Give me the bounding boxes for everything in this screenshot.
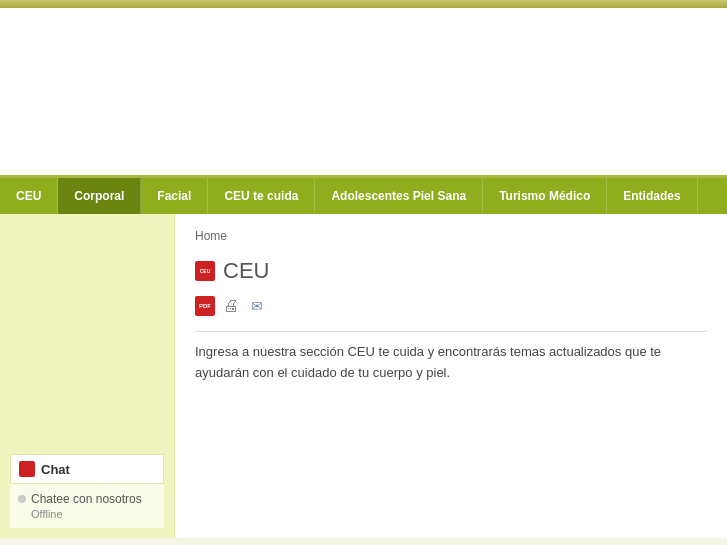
sidebar-placeholder	[10, 224, 164, 454]
page-title-section: CEU CEU	[195, 258, 707, 284]
chat-status-label: Chatee con nosotros	[31, 492, 142, 506]
print-icon[interactable]: 🖨	[221, 296, 241, 316]
nav-item-entidades[interactable]: Entidades	[607, 178, 697, 214]
main-layout: Chat Chatee con nosotros Offline Home CE…	[0, 214, 727, 538]
chat-offline-label: Offline	[18, 508, 156, 520]
nav-item-adolescentes[interactable]: Adolescentes Piel Sana	[315, 178, 483, 214]
chat-container: Chat Chatee con nosotros Offline	[10, 454, 164, 528]
sidebar: Chat Chatee con nosotros Offline	[0, 214, 175, 538]
email-icon[interactable]: ✉	[247, 296, 267, 316]
chat-status: Chatee con nosotros	[18, 492, 156, 506]
nav-bar: CEU Corporal Facial CEU te cuida Adolesc…	[0, 178, 727, 214]
chat-icon	[19, 461, 35, 477]
nav-item-turismo[interactable]: Turismo Médico	[483, 178, 607, 214]
page-icon: CEU	[195, 261, 215, 281]
nav-item-corporal[interactable]: Corporal	[58, 178, 141, 214]
nav-item-facial[interactable]: Facial	[141, 178, 208, 214]
breadcrumb-home[interactable]: Home	[195, 229, 227, 243]
pdf-icon[interactable]: PDF	[195, 296, 215, 316]
top-bar	[0, 0, 727, 8]
page-icon-label: CEU	[200, 268, 211, 274]
header-area	[0, 8, 727, 178]
chat-header-label: Chat	[41, 462, 70, 477]
email-symbol: ✉	[251, 298, 263, 314]
chat-header[interactable]: Chat	[10, 454, 164, 484]
divider-line	[195, 331, 707, 332]
page-title: CEU	[223, 258, 269, 284]
breadcrumb: Home	[195, 229, 707, 243]
nav-item-ceu-te-cuida[interactable]: CEU te cuida	[208, 178, 315, 214]
action-icons: PDF 🖨 ✉	[195, 296, 707, 316]
status-dot-icon	[18, 495, 26, 503]
content-text: Ingresa a nuestra sección CEU te cuida y…	[195, 342, 675, 384]
content-area: Home CEU CEU PDF 🖨 ✉ Ingresa a nuestra s…	[175, 214, 727, 538]
print-symbol: 🖨	[223, 297, 239, 315]
pdf-label: PDF	[199, 303, 211, 309]
chat-body: Chatee con nosotros Offline	[10, 484, 164, 528]
nav-item-ceu[interactable]: CEU	[0, 178, 58, 214]
